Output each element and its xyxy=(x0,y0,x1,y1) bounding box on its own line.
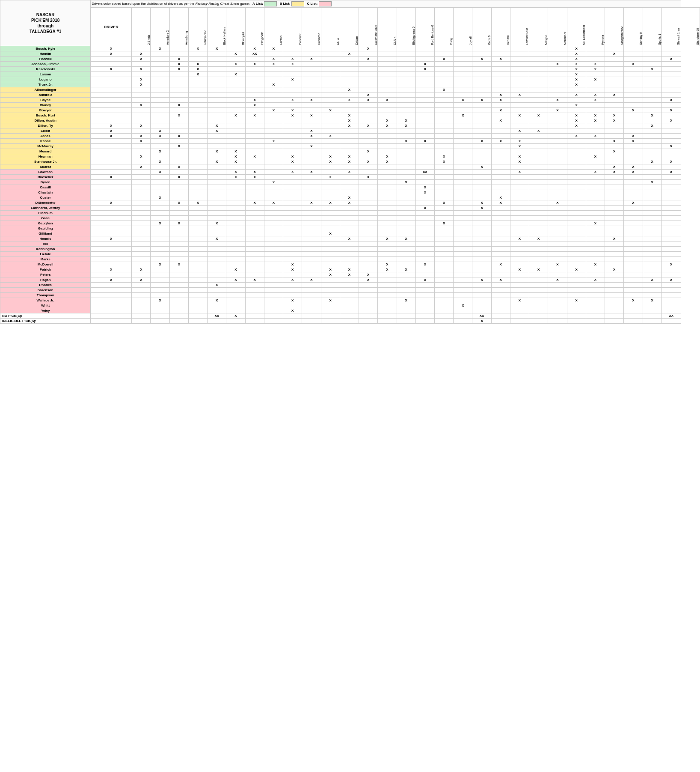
data-cell-17: X xyxy=(434,154,453,159)
data-cell-24: X xyxy=(567,57,586,62)
data-cell-2 xyxy=(151,308,169,313)
data-cell-17 xyxy=(434,298,453,303)
data-cell-19 xyxy=(472,298,491,303)
data-cell-1 xyxy=(132,247,151,252)
data-cell-10 xyxy=(302,283,321,288)
data-cell-15 xyxy=(397,308,415,313)
data-cell-15 xyxy=(397,98,415,103)
data-cell-7 xyxy=(245,180,264,185)
data-cell-1: X xyxy=(132,77,151,82)
data-cell-7 xyxy=(245,82,264,87)
data-cell-3 xyxy=(169,123,188,128)
data-cell-13 xyxy=(359,113,378,118)
data-cell-16 xyxy=(415,92,434,98)
data-cell-7 xyxy=(245,195,264,200)
data-cell-26 xyxy=(605,154,624,159)
data-cell-26 xyxy=(605,144,624,149)
table-row: Finchum xyxy=(0,211,700,216)
data-cell-19 xyxy=(472,211,491,216)
data-cell-7 xyxy=(245,77,264,82)
data-cell-1 xyxy=(132,175,151,180)
data-cell-28: X xyxy=(643,180,661,185)
data-cell-4 xyxy=(188,118,207,123)
data-cell-14: X xyxy=(378,236,397,241)
data-cell-9: X xyxy=(283,108,302,113)
data-cell-4 xyxy=(188,262,207,267)
data-cell-27 xyxy=(624,231,643,236)
data-cell-4 xyxy=(188,303,207,308)
data-cell-27: X xyxy=(624,298,643,303)
data-cell-17 xyxy=(434,283,453,288)
data-cell-11 xyxy=(321,241,340,247)
data-cell-5 xyxy=(208,231,226,236)
data-cell-26 xyxy=(605,262,624,267)
data-cell-15 xyxy=(397,303,415,308)
data-cell-14 xyxy=(378,206,397,211)
data-cell-21 xyxy=(510,108,529,113)
data-cell-18 xyxy=(454,262,472,267)
data-cell-9 xyxy=(283,241,302,247)
data-cell-9 xyxy=(283,303,302,308)
data-cell-11 xyxy=(321,288,340,293)
data-cell-19 xyxy=(472,190,491,195)
data-cell-29 xyxy=(661,77,681,82)
data-cell-2: X xyxy=(151,298,169,303)
data-cell-22 xyxy=(529,170,548,175)
data-cell-6 xyxy=(226,216,245,221)
data-cell-2 xyxy=(151,175,169,180)
table-row: Gaulding xyxy=(0,226,700,231)
data-cell-7 xyxy=(245,216,264,221)
driver-name-cell: Allmendinger xyxy=(0,87,91,92)
data-cell-12 xyxy=(340,277,359,283)
data-cell-27 xyxy=(624,57,643,62)
data-cell-21 xyxy=(510,226,529,231)
data-cell-9 xyxy=(283,252,302,257)
data-cell-7 xyxy=(245,206,264,211)
data-cell-6 xyxy=(226,252,245,257)
data-cell-20 xyxy=(491,241,510,247)
data-cell-25 xyxy=(586,159,605,164)
data-cell-21 xyxy=(510,257,529,262)
data-cell-26 xyxy=(605,180,624,185)
data-cell-0: X xyxy=(91,128,132,134)
data-cell-5 xyxy=(208,87,226,92)
data-cell-7 xyxy=(245,149,264,154)
footer-data-cell-0 xyxy=(91,319,132,324)
data-cell-9: X xyxy=(283,77,302,82)
data-cell-9 xyxy=(283,206,302,211)
data-cell-23 xyxy=(548,128,567,134)
data-cell-29 xyxy=(661,190,681,195)
data-cell-11: X xyxy=(321,159,340,164)
data-cell-21 xyxy=(510,62,529,67)
footer-data-cell-19: XX xyxy=(472,313,491,319)
data-cell-16 xyxy=(415,87,434,92)
data-cell-26: X xyxy=(605,113,624,118)
data-cell-1: X xyxy=(132,277,151,283)
data-cell-19 xyxy=(472,267,491,272)
table-row: ChastainX xyxy=(0,190,700,195)
data-cell-23 xyxy=(548,154,567,159)
data-cell-9: X xyxy=(283,298,302,303)
data-cell-24 xyxy=(567,200,586,206)
data-cell-5 xyxy=(208,277,226,283)
data-cell-28 xyxy=(643,98,661,103)
data-cell-11 xyxy=(321,87,340,92)
data-cell-6 xyxy=(226,283,245,288)
data-cell-26 xyxy=(605,82,624,87)
data-cell-26: X xyxy=(605,236,624,241)
data-cell-23 xyxy=(548,77,567,82)
data-cell-13 xyxy=(359,139,378,144)
data-cell-2 xyxy=(151,226,169,231)
data-cell-24 xyxy=(567,175,586,180)
data-cell-16 xyxy=(415,123,434,128)
data-cell-9 xyxy=(283,185,302,190)
data-cell-11 xyxy=(321,128,340,134)
table-row: Kennington xyxy=(0,247,700,252)
data-cell-10 xyxy=(302,139,321,144)
data-cell-3 xyxy=(169,283,188,288)
data-cell-29 xyxy=(661,149,681,154)
driver-name-cell: Patrick xyxy=(0,267,91,272)
data-cell-14 xyxy=(378,57,397,62)
data-cell-20: X xyxy=(491,98,510,103)
data-cell-6 xyxy=(226,226,245,231)
